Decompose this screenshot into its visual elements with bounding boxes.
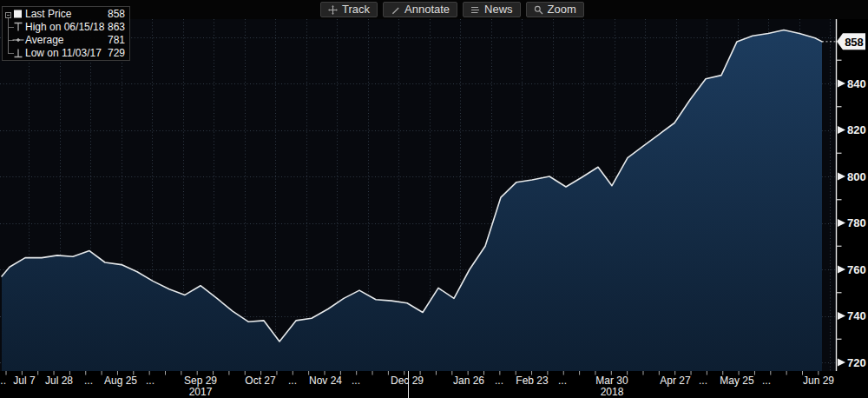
chart-legend[interactable]: Last Price 858 High on 06/15/18 863 Aver…	[2, 6, 130, 61]
y-axis-label: 780	[847, 216, 866, 229]
legend-item-last-price[interactable]: Last Price 858	[3, 8, 129, 21]
legend-label: Low on 11/03/17	[25, 47, 102, 60]
y-axis-label: 760	[847, 263, 866, 276]
y-axis-tick-arrow	[838, 219, 845, 227]
legend-label: High on 06/15/18	[25, 21, 104, 34]
legend-label: Average	[25, 34, 63, 47]
news-button-label: News	[484, 3, 513, 17]
track-button-label: Track	[342, 3, 370, 17]
annotate-button[interactable]: Annotate	[383, 2, 457, 17]
low-marker-icon	[12, 48, 24, 58]
x-axis-label: Jul 7	[13, 375, 36, 387]
y-axis-tick-arrow	[838, 80, 845, 88]
legend-item-low[interactable]: Low on 11/03/17 729	[3, 47, 129, 60]
legend-value: 781	[108, 34, 125, 47]
y-axis-label: 820	[847, 123, 866, 136]
x-axis-label: ...	[352, 375, 360, 387]
x-axis-label: Nov 24	[309, 375, 342, 387]
x-axis-label: ...	[146, 375, 155, 387]
track-icon	[328, 5, 338, 15]
legend-label: Last Price	[25, 8, 71, 21]
x-axis-label: Jul 28	[45, 375, 73, 387]
x-axis-label: Sep 29	[184, 375, 217, 387]
legend-value: 729	[108, 47, 125, 60]
x-axis-label: Oct 27	[245, 375, 276, 387]
last-price-square-icon	[12, 9, 24, 19]
annotate-icon	[391, 5, 400, 15]
zoom-button-label: Zoom	[548, 3, 576, 17]
average-marker-icon	[12, 35, 24, 45]
x-axis-label: ...	[495, 375, 503, 387]
y-axis-tick-arrow	[838, 126, 845, 134]
y-axis-tick-arrow	[838, 173, 845, 181]
x-axis-label: ...	[84, 375, 93, 387]
x-axis-label: ...	[558, 375, 567, 387]
zoom-button[interactable]: Zoom	[526, 2, 584, 17]
x-axis-label: May 25	[720, 375, 754, 387]
high-marker-icon	[12, 22, 24, 32]
chart-toolbar: Track Annotate News Zoom	[0, 0, 868, 19]
y-axis-label: 720	[847, 356, 866, 369]
toolbar-button-group: Track Annotate News Zoom	[320, 2, 584, 17]
x-axis-label: ...	[762, 375, 771, 387]
x-axis-year-label: 2018	[601, 386, 624, 398]
legend-item-average[interactable]: Average 781	[3, 34, 129, 47]
track-button[interactable]: Track	[320, 2, 378, 17]
last-price-tag-value: 858	[845, 36, 864, 49]
x-axis-label: Jan 26	[453, 375, 484, 387]
y-axis-label: 740	[847, 309, 866, 322]
x-axis-year-label: 2017	[189, 386, 213, 398]
y-axis-tick-arrow	[838, 359, 845, 367]
legend-item-high[interactable]: High on 06/15/18 863	[3, 21, 129, 34]
y-axis-label: 840	[847, 77, 866, 90]
x-axis-label: Mar 30	[595, 375, 628, 387]
legend-value: 863	[108, 21, 125, 34]
price-chart-window: 840820800780760740720858...Jul 7Jul 28..…	[0, 0, 868, 398]
x-axis-label: Apr 27	[660, 375, 691, 387]
x-axis-label: Aug 25	[104, 375, 137, 387]
x-axis-label: ...	[699, 375, 707, 387]
zoom-icon	[534, 5, 543, 15]
y-axis-tick-arrow	[838, 266, 845, 274]
x-axis-label: Jun 29	[803, 375, 834, 387]
x-axis-label: Dec 29	[391, 375, 424, 387]
x-axis-label: ...	[0, 375, 6, 387]
legend-value: 858	[108, 8, 125, 21]
x-axis-label: Feb 23	[516, 375, 549, 387]
x-axis-label: ...	[288, 375, 297, 387]
news-icon	[470, 5, 480, 15]
price-area-chart[interactable]: 840820800780760740720858...Jul 7Jul 28..…	[0, 0, 868, 398]
news-button[interactable]: News	[463, 2, 521, 17]
annotate-button-label: Annotate	[404, 3, 450, 17]
y-axis-tick-arrow	[838, 312, 845, 320]
y-axis-label: 800	[847, 170, 866, 183]
